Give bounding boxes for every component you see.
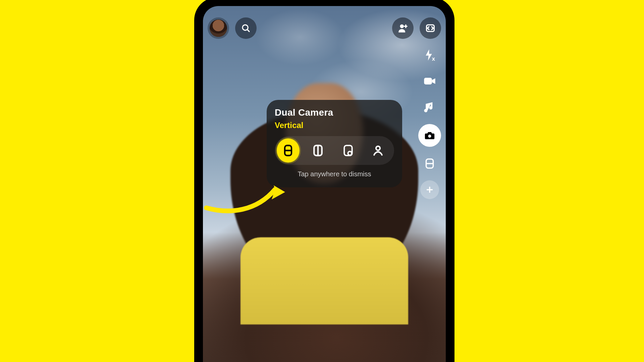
layout-option-cutout[interactable]	[367, 138, 390, 163]
flip-camera-icon	[425, 22, 436, 34]
pip-icon	[341, 144, 355, 157]
svg-rect-4	[404, 26, 408, 27]
video-add-icon	[423, 74, 436, 88]
camera-options-button[interactable]	[418, 124, 441, 147]
person-icon	[371, 144, 385, 157]
search-icon	[241, 23, 251, 33]
profile-avatar-button[interactable]	[208, 17, 229, 39]
split-vertical-icon	[311, 144, 325, 157]
plus-icon	[425, 185, 434, 194]
flash-off-icon: x	[423, 48, 436, 62]
layout-option-vertical[interactable]	[277, 138, 300, 163]
video-add-button[interactable]	[420, 72, 439, 90]
layout-option-pip[interactable]	[337, 138, 360, 163]
dual-camera-tooltip[interactable]: Dual Camera Vertical Tap	[267, 100, 402, 187]
svg-text:x: x	[432, 56, 435, 62]
svg-point-10	[428, 135, 431, 138]
music-button[interactable]	[420, 98, 439, 117]
layout-option-horizontal[interactable]	[307, 138, 330, 163]
camera-icon	[424, 130, 435, 141]
tooltip-dismiss-hint: Tap anywhere to dismiss	[275, 170, 394, 178]
search-button[interactable]	[235, 17, 257, 39]
bitmoji-icon	[210, 19, 227, 37]
add-friend-button[interactable]	[392, 17, 414, 39]
dual-layout-button[interactable]	[420, 154, 439, 173]
promo-stage: x Dual Camera	[78, 0, 566, 274]
add-friend-icon	[397, 22, 409, 34]
svg-rect-9	[427, 79, 429, 83]
svg-point-20	[348, 152, 352, 155]
svg-rect-14	[427, 189, 433, 190]
svg-point-2	[400, 24, 404, 28]
phone-frame: x Dual Camera	[197, 0, 452, 362]
flip-camera-button[interactable]	[420, 17, 441, 39]
split-horizontal-icon	[281, 144, 295, 157]
svg-line-1	[247, 29, 249, 32]
camera-viewfinder[interactable]: x Dual Camera	[203, 6, 446, 362]
camera-tools-rail: x	[418, 46, 441, 199]
split-horizontal-icon	[424, 158, 436, 170]
tooltip-title: Dual Camera	[275, 107, 394, 118]
music-icon	[423, 101, 436, 114]
add-tool-button[interactable]	[420, 180, 439, 199]
flash-toggle[interactable]: x	[420, 46, 439, 64]
svg-point-21	[376, 146, 380, 150]
tooltip-selected-label: Vertical	[275, 121, 394, 130]
layout-option-row	[275, 136, 394, 165]
